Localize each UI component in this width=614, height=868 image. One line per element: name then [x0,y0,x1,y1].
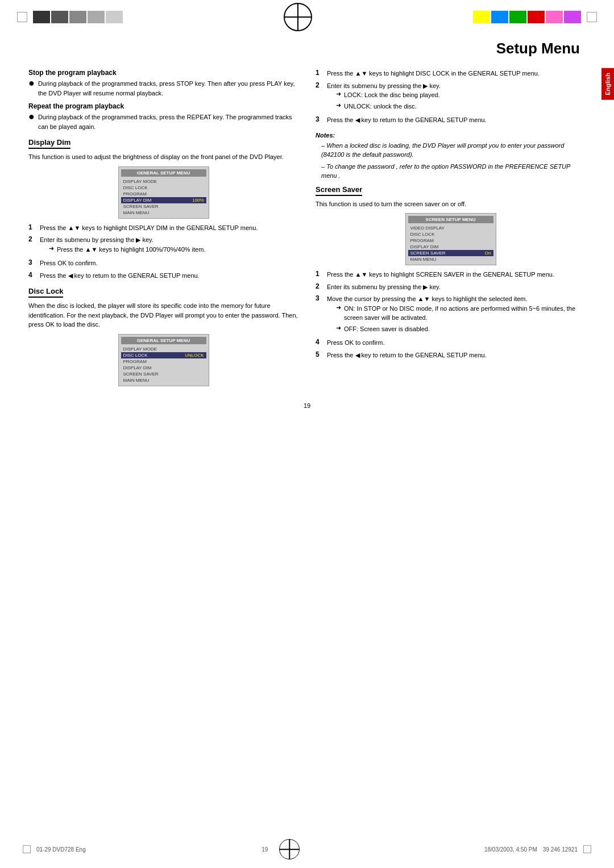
menu-row-main-menu: MAIN MENU [121,210,206,216]
display-dim-menu: GENERAL SETUP MENU DISPLAY MODE DISC LOC… [118,166,209,219]
repeat-bullet: ● During playback of the programmed trac… [28,112,298,131]
ss-arrow-2: ➜ OFF: Screen saver is disabled. [336,324,586,334]
ss-step-num-2: 2 [316,282,323,290]
ss-menu-row-display-dim: DISPLAY DIM [408,244,493,250]
ss-menu-row-screen-saver-highlighted: SCREEN SAVEROn [408,250,493,256]
disc-lock-menu-row-display-dim: DISPLAY DIM [121,365,206,371]
color-block-green [509,11,526,23]
dl-arrow-text-2: UNLOCK: unlock the disc. [344,102,417,111]
color-block-5 [106,11,123,23]
dl-step-num-2: 2 [316,81,323,89]
disc-lock-menu-title: GENERAL SETUP MENU [121,337,206,344]
display-dim-step-2: 2 Enter its submenu by pressing the ▶ ke… [28,235,298,256]
display-dim-step-4: 4 Press the ◀ key to return to the GENER… [28,271,298,281]
dl-step-text-2: Enter its submenu by pressing the ▶ key. [327,82,441,89]
page-number: 19 [28,402,586,409]
disc-lock-menu-row-display: DISPLAY MODE [121,346,206,352]
screen-saver-heading: Screen Saver [316,185,362,196]
repeat-heading: Repeat the program playback [28,102,298,110]
menu-row-display-dim-highlighted: DISPLAY DIM100% [121,197,206,203]
repeat-section: Repeat the program playback ● During pla… [28,102,298,131]
ss-step-num-3: 3 [316,294,323,302]
display-dim-arrow-1: ➜ Press the ▲▼ keys to highlight 100%/70… [49,245,205,254]
screen-saver-body: This function is used to turn the screen… [316,199,586,209]
ss-menu-row-program: PROGRAM [408,237,493,244]
bullet-dot-stop: ● [28,78,35,88]
dl-step-text-1: Press the ▲▼ keys to highlight DISC LOCK… [327,69,540,78]
stop-bullet: ● During playback of the programmed trac… [28,79,298,98]
color-block-pink [546,11,563,23]
dl-arrow-1: ➜ LOCK: Lock the disc being played. [336,90,441,100]
display-dim-body: This function is used to adjust the brig… [28,152,298,162]
step-num-2: 2 [28,235,36,243]
screen-saver-menu: SCREEN SETUP MENU VIDEO DISPLAY DISC LOC… [405,213,496,265]
menu-row-screen-saver: SCREEN SAVER [121,203,206,210]
color-block-3 [69,11,86,23]
disc-lock-menu-row-program: PROGRAM [121,358,206,365]
two-column-layout: Stop the program playback ● During playb… [28,69,586,391]
step-text-1: Press the ▲▼ keys to highlight DISPLAY D… [40,223,258,233]
ss-step-num-5: 5 [316,350,323,358]
menu-row-disc-lock: DISC LOCK [121,185,206,191]
disc-lock-step-2: 2 Enter its submenu by pressing the ▶ ke… [316,81,586,113]
display-dim-menu-title: GENERAL SETUP MENU [121,169,206,177]
menu-row-display-mode: DISPLAY MODE [121,178,206,185]
disc-lock-menu-row-screen-saver: SCREEN SAVER [121,371,206,377]
screen-saver-menu-title: SCREEN SETUP MENU [408,216,493,223]
menu-row-program: PROGRAM [121,191,206,197]
page-title: Setup Menu [28,40,586,57]
left-column: Stop the program playback ● During playb… [28,69,298,391]
dl-step-text-3: Press the ◀ key to return to the GENERAL… [327,115,487,125]
bottom-right-text: 18/03/2003, 4:50 PM [484,846,537,853]
ss-arrow-text-2: OFF: Screen saver is disabled. [344,324,430,334]
disc-lock-step-1: 1 Press the ▲▼ keys to highlight DISC LO… [316,69,586,78]
bullet-dot-repeat: ● [28,111,35,122]
bottom-center-text: 19 [262,846,268,853]
disc-lock-body: When the disc is locked, the player will… [28,301,298,329]
disc-lock-step-3: 3 Press the ◀ key to return to the GENER… [316,115,586,125]
disc-lock-steps-section: 1 Press the ▲▼ keys to highlight DISC LO… [316,69,586,125]
step-text-2: Enter its submenu by pressing the ▶ key. [40,236,154,243]
ss-arrow-sym-2: ➜ [336,324,341,332]
bottom-bar: 01-29 DVD728 Eng 19 18/03/2003, 4:50 PM … [0,839,614,859]
ss-arrow-sym-1: ➜ [336,304,341,311]
step-text-4: Press the ◀ key to return to the GENERAL… [40,271,200,281]
bottom-far-right: 39 246 12921 [543,846,578,853]
repeat-text: During playback of the programmed tracks… [38,112,298,131]
display-dim-section: Display Dim This function is used to adj… [28,138,298,280]
ss-menu-row-disc-lock: DISC LOCK [408,231,493,237]
notes-label: Notes: [316,132,586,139]
disc-lock-menu-row-highlighted: DISC LOCKUNLOCK [121,352,206,358]
screen-saver-section: Screen Saver This function is used to tu… [316,185,586,360]
ss-step-1: 1 Press the ▲▼ keys to highlight SCREEN … [316,270,586,279]
page-content: English Setup Menu Stop the program play… [0,34,614,426]
ss-arrow-1: ➜ ON: In STOP or No DISC mode, if no act… [336,304,586,323]
step-num-1: 1 [28,223,36,231]
ss-step-text-5: Press the ◀ key to return to the GENERAL… [327,350,487,360]
disc-lock-heading: Disc Lock [28,287,63,298]
ss-step-2: 2 Enter its submenu by pressing the ▶ ke… [316,282,586,292]
color-block-red [528,11,545,23]
color-block-1 [33,11,50,23]
ss-menu-row-main: MAIN MENU [408,256,493,262]
disc-lock-menu: GENERAL SETUP MENU DISPLAY MODE DISC LOC… [118,334,209,386]
color-block-blue [491,11,508,23]
arrow-sym-1: ➜ [49,245,54,252]
notes-section: Notes: – When a locked disc is loading, … [316,132,586,181]
disc-lock-section: Disc Lock When the disc is locked, the p… [28,287,298,386]
ss-step-text-2: Enter its submenu by pressing the ▶ key. [327,282,441,292]
color-block-2 [51,11,68,23]
color-block-4 [88,11,105,23]
color-block-purple [564,11,581,23]
dl-arrow-2: ➜ UNLOCK: unlock the disc. [336,102,441,111]
ss-step-4: 4 Press OK to confirm. [316,338,586,348]
step-num-4: 4 [28,271,36,279]
dl-step-num-1: 1 [316,69,323,77]
note-2: – To change the password , refer to the … [316,162,586,181]
dl-arrow-sym-1: ➜ [336,90,341,98]
display-dim-step-1: 1 Press the ▲▼ keys to highlight DISPLAY… [28,223,298,233]
ss-step-text-1: Press the ▲▼ keys to highlight SCREEN SA… [327,270,554,279]
ss-step-text-3: Move the cursor by pressing the ▲▼ keys … [327,295,528,302]
dl-arrow-sym-2: ➜ [336,102,341,109]
display-dim-heading: Display Dim [28,138,70,149]
